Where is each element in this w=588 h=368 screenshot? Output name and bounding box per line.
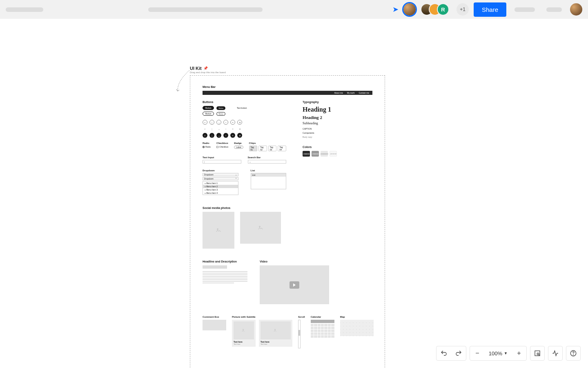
frame-title[interactable]: UI Kit 📌 (190, 66, 208, 71)
scrollbar[interactable] (298, 320, 301, 348)
menu-item[interactable]: Contact me (359, 92, 369, 94)
cursor-indicator-icon: ➤ (392, 5, 399, 14)
map-component[interactable] (340, 320, 374, 336)
svg-line-31 (539, 355, 539, 355)
icon-menu[interactable]: ⋮ (209, 133, 214, 138)
ui-kit-frame[interactable]: Menu Bar About me My work Contact me But… (190, 75, 385, 368)
icon-plus[interactable]: + (230, 133, 235, 138)
topbar-action-placeholder[interactable] (546, 7, 562, 12)
list-header: List (251, 173, 286, 177)
section-title: Colors (303, 146, 372, 148)
icon-right[interactable]: › (223, 126, 228, 131)
button-primary[interactable]: Button (203, 106, 214, 110)
color-swatch[interactable]: #000000 (303, 151, 310, 157)
icon-search[interactable]: ⌕ (203, 120, 207, 125)
zoom-in-button[interactable]: + (512, 346, 526, 361)
icon-menu[interactable]: ⋮ (209, 120, 214, 125)
topbar-action-placeholder[interactable] (514, 7, 535, 12)
video-placeholder[interactable] (260, 265, 329, 304)
share-button[interactable]: Share (474, 2, 506, 17)
search-input[interactable]: ⌕ (248, 160, 287, 164)
icon-plus[interactable]: + (230, 120, 235, 125)
more-collaborators-badge[interactable]: +1 (457, 3, 469, 16)
canvas[interactable]: UI Kit 📌 Drag and drop this into the boa… (0, 19, 588, 368)
text-input[interactable]: | (203, 160, 241, 164)
icon-right[interactable]: › (223, 133, 228, 138)
frame-title-text: UI Kit (190, 66, 202, 71)
list-component[interactable]: List (251, 173, 287, 189)
menu-bar-component: About me My work Contact me (203, 91, 372, 95)
chip[interactable]: Tag 02 (258, 146, 267, 151)
menu-item[interactable]: About me (334, 92, 343, 94)
activity-button[interactable] (548, 346, 563, 361)
button-outline[interactable]: Button (203, 112, 214, 116)
button-text[interactable]: Text button (237, 107, 247, 109)
card-subtitle: Text here (261, 343, 291, 345)
subheading: Subheading (303, 121, 372, 125)
menu-item[interactable]: » Menu Item 4 (203, 191, 238, 195)
heading-2: Heading 2 (303, 115, 372, 120)
label: Search Bar (248, 156, 287, 159)
current-user-avatar[interactable] (403, 3, 416, 16)
pin-icon: 📌 (203, 66, 208, 70)
zoom-out-button[interactable]: − (470, 346, 485, 361)
menu-item[interactable]: » Menu Item 1 (203, 182, 238, 185)
icon-close[interactable]: ✕ (237, 133, 242, 138)
fit-view-button[interactable] (530, 346, 545, 361)
bottom-controls: − 100%▼ + (436, 346, 581, 361)
picture-card[interactable]: Text here Text here (232, 320, 256, 347)
icon-down[interactable]: ⌄ (216, 120, 221, 125)
section-title: Social media photos (203, 206, 372, 209)
top-bar: ➤ R +1 Share (0, 0, 588, 19)
icon-menu[interactable]: ⋮ (209, 126, 214, 131)
avatar[interactable]: R (437, 3, 449, 16)
color-swatch[interactable]: #FFFFFF (330, 151, 337, 157)
section-title: Scroll (298, 316, 305, 318)
icon-close[interactable]: ✕ (237, 126, 242, 131)
redo-button[interactable] (451, 346, 466, 361)
checkbox-item[interactable]: Checkbox (216, 146, 228, 148)
color-swatch[interactable]: #999999 (312, 151, 319, 157)
menu-item[interactable]: My work (347, 92, 355, 94)
icon-close[interactable]: ✕ (237, 120, 242, 125)
chip[interactable]: Tag 01 (249, 146, 258, 151)
label: Checkbox (216, 142, 228, 144)
profile-avatar[interactable] (570, 3, 582, 16)
collaborator-avatars[interactable]: R (421, 3, 449, 16)
radio-item[interactable]: Radio (203, 146, 211, 148)
button-primary-sm[interactable]: Button (216, 106, 225, 110)
chip[interactable]: Tag 04 (278, 146, 286, 151)
icon-search[interactable]: ⌕ (203, 126, 207, 131)
icon-right[interactable]: › (223, 120, 228, 125)
label: Dropdown (203, 169, 238, 172)
zoom-level[interactable]: 100%▼ (485, 350, 512, 357)
dropdown-closed[interactable]: Dropdown⌄ (203, 173, 238, 176)
color-swatch[interactable]: #DDDDDD (321, 151, 328, 157)
card-subtitle: Text here (234, 343, 254, 345)
calendar-component[interactable] (311, 320, 334, 338)
section-title: Picture with Subtitle (232, 316, 292, 318)
icon-down[interactable]: ⌄ (216, 126, 221, 131)
picture-card[interactable]: Text here Text here (259, 320, 292, 347)
app-menu-placeholder[interactable] (6, 7, 43, 12)
label: List (251, 169, 287, 172)
comment-box[interactable] (203, 320, 226, 330)
photo-placeholder[interactable] (240, 212, 281, 244)
menu-item[interactable]: » Menu Item 3 (203, 188, 238, 191)
board-title-placeholder[interactable] (148, 7, 263, 12)
help-button[interactable] (566, 346, 581, 361)
label: Badge (234, 142, 243, 144)
icon-plus[interactable]: + (230, 126, 235, 131)
icon-down[interactable]: ⌄ (216, 133, 221, 138)
svg-point-25 (217, 229, 218, 230)
chip[interactable]: Tag 03 (268, 146, 277, 151)
description-placeholder (203, 271, 247, 283)
menu-item[interactable]: » Menu Item 2 (203, 185, 238, 188)
heading-1: Heading 1 (303, 106, 372, 113)
button-outline-sm[interactable]: Button (216, 112, 225, 116)
section-title: Menu Bar (203, 85, 372, 88)
dropdown-open[interactable]: Dropdown⌃ (203, 177, 238, 180)
photo-placeholder[interactable] (203, 212, 234, 249)
icon-search[interactable]: ⌕ (203, 133, 207, 138)
undo-button[interactable] (437, 346, 451, 361)
